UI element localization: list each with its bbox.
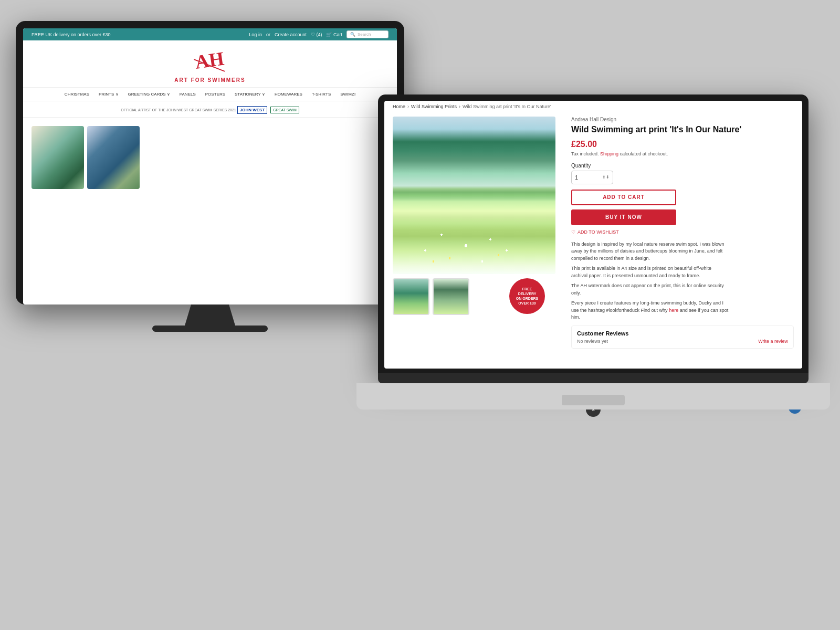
no-reviews-text: No reviews yet <box>577 339 608 344</box>
breadcrumb-current: Wild Swimming art print 'It's In Our Nat… <box>463 104 551 109</box>
add-to-wishlist-button[interactable]: ♡ ADD TO WISHLIST <box>571 229 794 235</box>
create-account-link[interactable]: Create account <box>275 32 307 37</box>
breadcrumb-home[interactable]: Home <box>393 104 405 109</box>
laptop-screen: Home › Wild Swimming Prints › Wild Swimm… <box>384 101 802 369</box>
nav-item-panels[interactable]: PANELS <box>180 92 196 97</box>
quantity-label: Quantity <box>571 163 794 169</box>
topbar-or: or <box>266 32 270 37</box>
laptop: Home › Wild Swimming Prints › Wild Swimm… <box>378 94 808 420</box>
monitor-base <box>152 326 268 332</box>
site-logo-text[interactable]: ART FOR SWIMMERS <box>23 77 397 83</box>
product-main-image[interactable] <box>393 117 555 274</box>
product-description-3: The AH watermark does not appear on the … <box>571 282 729 297</box>
site-topbar: FREE UK delivery on orders over £30 Log … <box>23 28 397 40</box>
desktop-monitor: FREE UK delivery on orders over £30 Log … <box>16 21 404 346</box>
laptop-keyboard <box>356 383 830 410</box>
product-tax: Tax included. Shipping calculated at che… <box>571 151 794 156</box>
search-placeholder: Search <box>358 32 371 37</box>
quantity-input[interactable]: 1 ⬆⬇ <box>571 171 613 184</box>
laptop-frame: Home › Wild Swimming Prints › Wild Swimm… <box>378 94 808 373</box>
preview-image-2[interactable] <box>87 126 140 189</box>
laptop-bottom-bar <box>378 373 808 383</box>
product-main: FREE DELIVERY ON ORDERS OVER £30 Andrea … <box>384 112 802 353</box>
quantity-value: 1 <box>575 174 578 181</box>
write-review-link[interactable]: Write a review <box>758 339 788 344</box>
free-delivery-badge: FREE DELIVERY ON ORDERS OVER £30 <box>509 278 545 314</box>
product-gallery: FREE DELIVERY ON ORDERS OVER £30 <box>393 117 561 349</box>
search-box[interactable]: 🔍 Search <box>346 30 388 38</box>
product-info: Andrea Hall Design Wild Swimming art pri… <box>561 117 794 349</box>
customer-reviews: Customer Reviews No reviews yet Write a … <box>571 326 794 349</box>
product-thumbnails: FREE DELIVERY ON ORDERS OVER £30 <box>393 278 561 315</box>
meadow-overlay <box>393 117 555 274</box>
breadcrumb-sep1: › <box>407 104 409 109</box>
promo-text: FREE UK delivery on orders over £30 <box>32 32 111 37</box>
login-link[interactable]: Log in <box>249 32 262 37</box>
nav-item-swimzi[interactable]: SWIMZI <box>340 92 355 97</box>
site-partner: OFFICIAL ARTIST OF THE JOHN WEST GREAT S… <box>23 101 397 118</box>
heart-icon: ♡ <box>571 229 575 235</box>
breadcrumb: Home › Wild Swimming Prints › Wild Swimm… <box>384 101 802 112</box>
reviews-row: No reviews yet Write a review <box>577 339 788 344</box>
monitor-product-preview <box>23 118 397 197</box>
preview-images <box>32 126 140 189</box>
shipping-link[interactable]: Shipping <box>600 151 618 156</box>
nav-item-posters[interactable]: POSTERS <box>205 92 225 97</box>
nav-item-prints[interactable]: PRINTS ∨ <box>99 92 119 97</box>
laptop-touchpad[interactable] <box>562 395 625 405</box>
site-header: AH ART FOR SWIMMERS <box>23 40 397 88</box>
product-description-2: This print is available in A4 size and i… <box>571 265 729 279</box>
monitor-frame: FREE UK delivery on orders over £30 Log … <box>16 21 404 304</box>
here-link[interactable]: here <box>669 308 678 313</box>
thumbnail-1[interactable] <box>393 278 429 315</box>
monitor-screen: FREE UK delivery on orders over £30 Log … <box>23 28 397 304</box>
cart-icon[interactable]: 🛒 Cart <box>326 32 342 37</box>
nav-item-stationery[interactable]: STATIONERY ∨ <box>235 92 265 97</box>
wishlist-icon[interactable]: ♡ (4) <box>311 32 322 37</box>
partner-logos: JOHN WEST GREAT SWIM <box>237 106 299 114</box>
topbar-right: Log in or Create account ♡ (4) 🛒 Cart 🔍 … <box>249 30 388 38</box>
nav-item-cards[interactable]: GREETING CARDS ∨ <box>128 92 170 97</box>
product-title: Wild Swimming art print 'It's In Our Nat… <box>571 124 794 135</box>
site-logo-svg[interactable]: AH <box>192 49 228 75</box>
product-description-1: This design is inspired by my local natu… <box>571 241 729 262</box>
thumbnail-2[interactable] <box>433 278 469 315</box>
partner-text: OFFICIAL ARTIST OF THE JOHN WEST GREAT S… <box>121 108 236 112</box>
product-brand: Andrea Hall Design <box>571 117 794 122</box>
monitor-stand <box>178 304 242 326</box>
preview-image-1[interactable] <box>32 126 84 189</box>
great-swim-logo: GREAT SWIM <box>270 107 299 113</box>
quantity-arrows: ⬆⬇ <box>602 175 610 180</box>
john-west-logo: JOHN WEST <box>237 106 268 114</box>
site-nav: CHRISTMAS PRINTS ∨ GREETING CARDS ∨ PANE… <box>23 88 397 101</box>
breadcrumb-sep2: › <box>459 104 460 109</box>
search-icon: 🔍 <box>350 32 355 37</box>
product-description-4: Every piece I create features my long-ti… <box>571 300 729 321</box>
add-to-cart-button[interactable]: ADD TO CART <box>571 190 676 205</box>
product-price: £25.00 <box>571 140 794 149</box>
reviews-title: Customer Reviews <box>577 330 788 337</box>
nav-item-homewares[interactable]: HOMEWARES <box>275 92 302 97</box>
nav-item-tshirts[interactable]: T-SHIRTS <box>312 92 331 97</box>
breadcrumb-category[interactable]: Wild Swimming Prints <box>411 104 457 109</box>
buy-it-now-button[interactable]: BUY IT NOW <box>571 209 676 225</box>
nav-item-christmas[interactable]: CHRISTMAS <box>65 92 89 97</box>
